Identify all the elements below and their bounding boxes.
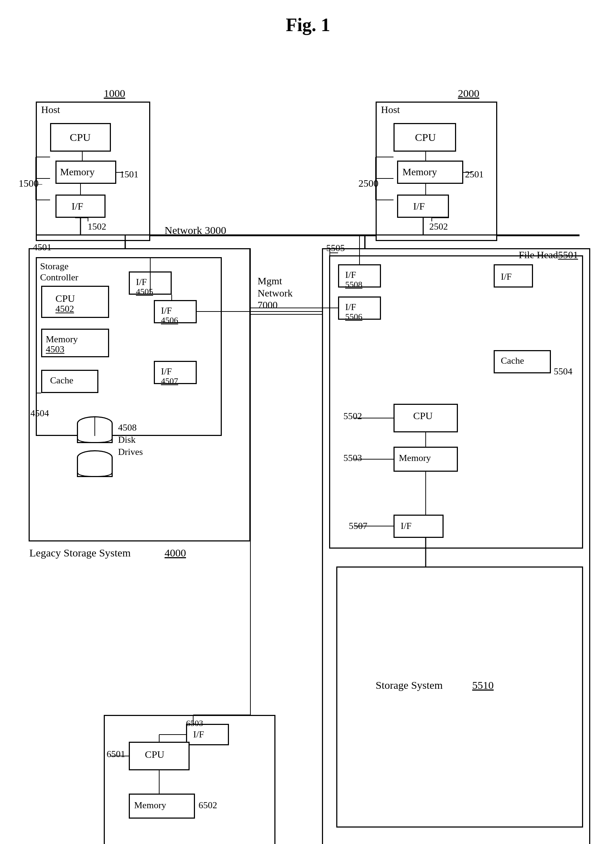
legacy-if4505-ref: 4505 [136, 287, 153, 296]
disk2-bottom [77, 468, 113, 477]
filehead-cache-label: Cache [501, 356, 524, 366]
filehead-id: 5501 [558, 249, 578, 261]
mgmt-cpu-label: CPU [145, 749, 164, 760]
legacy-cpu-box [41, 286, 109, 318]
ref2500: 2500 [358, 178, 378, 189]
mgmt-network-label: Mgmt Network 7000 [258, 275, 293, 311]
disk-label: 4508 Disk Drives [118, 422, 143, 458]
legacy-if4505-label: I/F [136, 277, 147, 287]
legacy-id: 4000 [164, 547, 186, 559]
host2-id: 2000 [458, 87, 480, 100]
ref5505: 5505 [326, 243, 345, 253]
filehead-if5508-label: I/F [345, 270, 356, 280]
host1-label: Host [41, 104, 60, 116]
legacy-cache-label: Cache [50, 375, 73, 386]
ref4504: 4504 [31, 408, 49, 419]
mgmt-ref6501: 6501 [107, 749, 125, 760]
mgmt-memory-ref: 6502 [198, 800, 217, 811]
filehead-if-right-label: I/F [501, 271, 512, 282]
filehead-if5508-ref: 5508 [345, 280, 362, 289]
filehead-if5506-ref: 5506 [345, 312, 362, 321]
ref5502: 5502 [343, 411, 362, 422]
filehead-if5506-label: I/F [345, 302, 356, 312]
host2-label: Host [381, 104, 400, 116]
host1-memory-label: Memory [60, 166, 94, 178]
host2-cpu-label: CPU [415, 131, 436, 144]
host2-memory-label: Memory [402, 166, 437, 178]
page-title: Fig. 1 [0, 0, 616, 46]
host1-id: 1000 [104, 87, 125, 100]
storage-system-label: Storage System [375, 679, 443, 691]
host1-cpu-label: CPU [70, 131, 91, 144]
legacy-system-label: Legacy Storage System [29, 547, 131, 559]
ref5504: 5504 [554, 366, 572, 377]
ref2501: 2501 [465, 169, 484, 180]
ref1501: 1501 [120, 169, 138, 180]
legacy-memory-ref: 4503 [46, 344, 65, 355]
legacy-memory-label: Memory [46, 334, 78, 345]
ref5503: 5503 [343, 453, 362, 463]
mgmt-if-label: I/F [193, 729, 204, 740]
host1-if-label: I/F [72, 201, 84, 212]
mgmt-if-ref: 6503 [186, 718, 203, 728]
legacy-if4506-label: I/F [161, 305, 172, 316]
ref2502: 2502 [429, 221, 448, 232]
ref5507: 5507 [349, 521, 367, 532]
filehead-cpu-label: CPU [413, 410, 433, 422]
filehead-if5507-label: I/F [400, 521, 411, 532]
legacy-cpu-label: CPU [56, 293, 75, 304]
storage-system-ref: 5510 [472, 679, 494, 691]
legacy-if4506-ref: 4506 [161, 315, 178, 325]
network-label: Network 3000 [164, 224, 226, 236]
legacy-cpu-ref: 4502 [56, 303, 74, 314]
host2-if-label: I/F [413, 201, 425, 212]
mgmt-memory-label: Memory [134, 800, 166, 811]
disk1-bottom [77, 434, 113, 443]
filehead-memory-label: Memory [399, 453, 431, 463]
legacy-if4507-label: I/F [161, 366, 172, 377]
legacy-if4507-ref: 4507 [161, 376, 178, 386]
legacy-ref4501: 4501 [33, 242, 51, 253]
filehead-label: File Head [519, 249, 558, 261]
storage-system-box [336, 567, 583, 828]
ref1502: 1502 [88, 221, 106, 232]
storage-controller-label: StorageController [40, 261, 78, 283]
diagram-container: Host CPU Memory I/F 1000 1500 — 1501 150… [0, 46, 616, 844]
filehead-if-right-box [494, 264, 533, 287]
